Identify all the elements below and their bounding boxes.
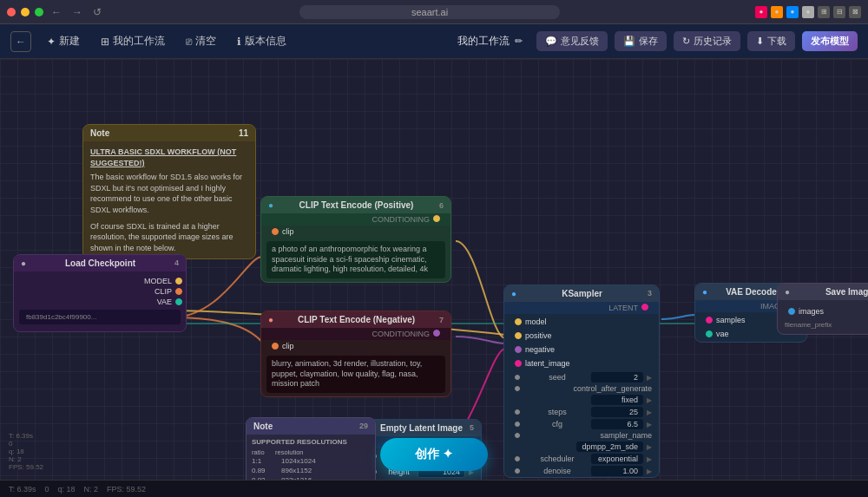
negative-in-port: negative: [504, 343, 659, 356]
vae-dot: ●: [702, 287, 707, 297]
note2-heading: SUPPORTED RESOLUTIONS: [252, 438, 370, 446]
clear-button[interactable]: ⎚ 清空: [181, 31, 221, 51]
download-icon: ⬇: [756, 36, 764, 47]
clip-in-dot: [272, 228, 279, 235]
close-btn[interactable]: [7, 8, 16, 16]
icon7: ⊠: [849, 6, 861, 18]
model-in-port: model: [504, 316, 659, 328]
note2-header: Note 29: [247, 418, 375, 435]
scheduler-param: scheduler exponential ▶: [504, 453, 659, 465]
save-icon: 💾: [623, 36, 635, 47]
icon5: ⊞: [818, 6, 830, 18]
create-button[interactable]: 创作 ✦: [380, 438, 488, 471]
debug-info: T: 6.39s 0 q: 18 N: 2 FPS: 59.52: [9, 432, 43, 471]
reload-nav[interactable]: ↺: [90, 6, 104, 18]
cfg-param: cfg 6.5 ▶: [504, 418, 659, 430]
minimize-btn[interactable]: [21, 8, 30, 16]
history-button[interactable]: ↻ 历史记录: [674, 31, 740, 51]
checkpoint-value[interactable]: fb839d1c2bc4f99900...: [19, 310, 181, 324]
clip-negative-node[interactable]: ● CLIP Text Encode (Negative) 7 CONDITIO…: [260, 311, 451, 397]
icon1: ●: [755, 6, 767, 18]
clip-positive-header: ● CLIP Text Encode (Positive) 6: [261, 197, 450, 213]
model-port-dot: [175, 278, 182, 284]
latent-out-dot: [641, 304, 648, 311]
icon2: ●: [771, 6, 783, 18]
save-header: ● Save Image: [778, 284, 868, 300]
model-port: MODEL: [14, 277, 186, 285]
filename-prefix: filename_prefix: [778, 319, 868, 330]
version-button[interactable]: ℹ 版本信息: [232, 31, 292, 51]
note1-id: 11: [239, 128, 248, 138]
vae-in-dot: [706, 330, 713, 337]
history-icon: ↻: [682, 36, 690, 47]
clip-neg-dot: ●: [268, 315, 273, 324]
create-label: 创作 ✦: [415, 447, 453, 462]
checkpoint-node[interactable]: ● Load Checkpoint 4 MODEL CLIP VAE fb839…: [13, 254, 187, 332]
latent-header: ● Empty Latent Image 5: [361, 420, 481, 436]
toolbar-center: 我的工作流 ✏: [457, 34, 523, 49]
clip-neg-in-dot: [272, 343, 279, 350]
clip-pos-dot: ●: [268, 200, 273, 210]
clip-negative-label: CONDITIONING: [261, 328, 450, 340]
note-node-1[interactable]: Note 11 ULTRA BASIC SDXL WORKFLOW (NOT S…: [82, 124, 256, 259]
clip-positive-text[interactable]: a photo of an anthropomorphic fox wearin…: [266, 241, 445, 278]
clip-negative-text[interactable]: blurry, animation, 3d render, illustrati…: [266, 356, 445, 393]
sampler-value: dpmpp_2m_sde ▶: [504, 441, 659, 453]
save-button[interactable]: 💾 保存: [615, 31, 667, 51]
plus-icon: ✦: [47, 36, 56, 48]
latent-in-dot: [515, 360, 522, 367]
maximize-btn[interactable]: [35, 8, 43, 16]
clip-positive-node[interactable]: ● CLIP Text Encode (Positive) 6 CONDITIO…: [260, 196, 451, 283]
address-bar[interactable]: seaart.ai: [299, 5, 560, 19]
save-image-node[interactable]: ● Save Image images filename_prefix: [777, 283, 868, 335]
note1-text2: Of course SDXL is trained at a higher re…: [90, 221, 248, 254]
note1-heading: ULTRA BASIC SDXL WORKFLOW (NOT SUGGESTED…: [90, 147, 248, 168]
bottom-bar: T: 6.39s 0 q: 18 N: 2 FPS: 59.52: [0, 480, 868, 497]
ksampler-header: ● KSampler 3: [504, 285, 659, 302]
positive-in-dot: [515, 332, 522, 339]
icon4: ●: [802, 6, 814, 18]
info-icon: ℹ: [237, 36, 241, 48]
publish-button[interactable]: 发布模型: [802, 31, 858, 51]
clip-negative-header: ● CLIP Text Encode (Negative) 7: [261, 311, 450, 328]
icon6: ⊟: [833, 6, 845, 18]
download-button[interactable]: ⬇ 下载: [747, 31, 795, 51]
note1-text: The basic workflow for SD1.5 also works …: [90, 172, 248, 215]
checkpoint-body: MODEL CLIP VAE fb839d1c2bc4f99900...: [14, 271, 186, 331]
conditioning-neg-dot: [433, 330, 440, 337]
workflow-button[interactable]: ⊞ 我的工作流: [95, 31, 170, 51]
ksampler-dot: ●: [511, 289, 516, 298]
checkpoint-dot: ●: [21, 258, 26, 268]
feedback-icon: 💬: [545, 36, 557, 47]
checkpoint-header: ● Load Checkpoint 4: [14, 255, 186, 271]
positive-in-port: positive: [504, 330, 659, 342]
vae-port: VAE: [14, 298, 186, 306]
clip-port-dot: [175, 288, 182, 295]
icon3: ●: [786, 6, 799, 18]
seed-param: seed 2 ▶: [504, 371, 659, 383]
steps-param: steps 25 ▶: [504, 406, 659, 418]
control-value-row: fixed ▶: [504, 394, 659, 406]
clip-neg-in-port: clip: [261, 340, 450, 352]
forward-nav[interactable]: →: [69, 6, 85, 18]
browser-icons: ● ● ● ● ⊞ ⊟ ⊠: [755, 6, 861, 18]
samples-dot: [706, 317, 713, 324]
clip-positive-label: CONDITIONING: [261, 213, 450, 226]
browser-bar: ← → ↺ seaart.ai ● ● ● ● ⊞ ⊟ ⊠: [0, 0, 868, 24]
toolbar-left: ← ✦ 新建 ⊞ 我的工作流 ⎚ 清空 ℹ 版本信息: [10, 31, 444, 52]
sampler-param: sampler_name: [504, 430, 659, 441]
note1-body: ULTRA BASIC SDXL WORKFLOW (NOT SUGGESTED…: [83, 141, 255, 258]
res-header-row: ratio resolution: [252, 448, 370, 456]
canvas-area[interactable]: Note 11 ULTRA BASIC SDXL WORKFLOW (NOT S…: [0, 59, 868, 497]
edit-icon[interactable]: ✏: [515, 36, 523, 47]
ksampler-node[interactable]: ● KSampler 3 LATENT model positive negat…: [503, 284, 660, 478]
latent-in-port: latent_image: [504, 357, 659, 369]
back-button[interactable]: ←: [10, 31, 31, 52]
workflow-icon: ⊞: [101, 36, 109, 48]
denoise-param: denoise 1.00 ▶: [504, 465, 659, 477]
new-button[interactable]: ✦ 新建: [42, 31, 85, 51]
back-nav[interactable]: ←: [49, 6, 64, 18]
feedback-button[interactable]: 💬 意见反馈: [536, 31, 608, 51]
clip-in-port: clip: [261, 226, 450, 238]
negative-in-dot: [515, 346, 522, 353]
